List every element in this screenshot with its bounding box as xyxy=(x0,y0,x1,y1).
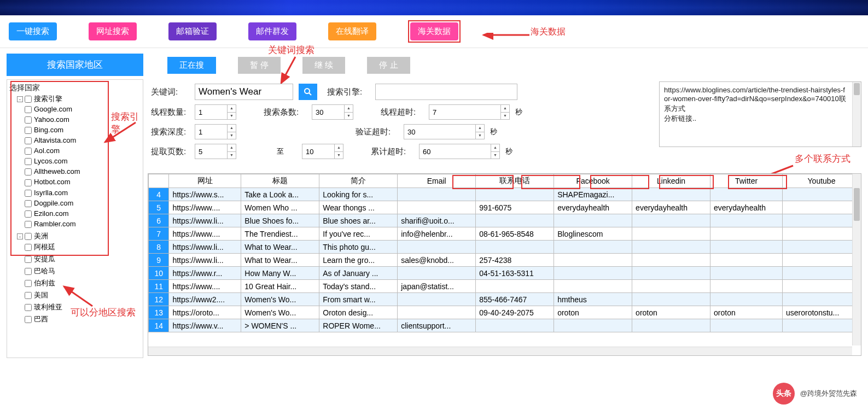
cell[interactable] xyxy=(783,241,861,254)
nav-mail-verify[interactable]: 邮箱验证 xyxy=(168,22,217,40)
input-pages-to[interactable] xyxy=(302,144,334,159)
cell[interactable] xyxy=(398,306,476,319)
spin-threads[interactable]: ▲▼ xyxy=(195,104,236,120)
cell[interactable] xyxy=(783,188,861,201)
input-threads[interactable] xyxy=(195,105,227,119)
cell[interactable] xyxy=(710,227,783,241)
cell[interactable]: sales@knobd... xyxy=(398,254,476,267)
cell[interactable]: Women Who ... xyxy=(241,201,319,214)
results-table[interactable]: 网址标题简介Email联系电话FacebookLinkedinTwitterYo… xyxy=(148,174,861,332)
cell[interactable] xyxy=(398,293,476,306)
cell[interactable]: Today's stand... xyxy=(319,280,398,293)
cell[interactable] xyxy=(710,319,783,332)
chk-region[interactable] xyxy=(25,244,32,251)
chk-region[interactable] xyxy=(25,280,32,287)
cell[interactable]: Blue Shoes fo... xyxy=(241,214,319,227)
row-num[interactable]: 5 xyxy=(149,201,169,214)
cell[interactable]: 991-6075 xyxy=(476,201,554,214)
cell[interactable]: japan@statist... xyxy=(398,280,476,293)
tree-engine-item[interactable]: Alltheweb.com xyxy=(25,166,141,177)
col-header[interactable]: 标题 xyxy=(241,174,319,188)
tree-region-item[interactable]: 美国 xyxy=(25,289,141,301)
chk-engine[interactable] xyxy=(25,116,32,124)
cell[interactable]: Women's Wo... xyxy=(241,306,319,319)
log-box[interactable]: https://www.bloglines.com/article/the-tr… xyxy=(659,81,861,147)
table-row[interactable]: 14https://www.v...> WOMEN'S ...ROPER Wom… xyxy=(149,319,861,332)
cell[interactable] xyxy=(632,293,710,306)
tree-region-item[interactable]: 伯利兹 xyxy=(25,277,141,289)
cell[interactable]: 855-466-7467 xyxy=(476,293,554,306)
table-row[interactable]: 6https://www.li...Blue Shoes fo...Blue s… xyxy=(149,214,861,227)
tree-engine-item[interactable]: Isyrlla.com xyxy=(25,188,141,198)
spin-pages-from[interactable]: ▲▼ xyxy=(195,144,236,159)
cell[interactable] xyxy=(398,241,476,254)
tree-engine-item[interactable]: Hotbot.com xyxy=(25,177,141,187)
table-row[interactable]: 12https://www2....Women's Wo...From smar… xyxy=(149,293,861,306)
cell[interactable] xyxy=(710,214,783,227)
log-scrollbar[interactable] xyxy=(852,82,861,147)
chk-engine[interactable] xyxy=(25,210,32,218)
cell[interactable]: everydayhealth xyxy=(554,201,632,214)
cell[interactable] xyxy=(476,188,554,201)
cell[interactable]: This photo gu... xyxy=(319,241,398,254)
collapse-icon[interactable]: - xyxy=(17,96,23,102)
chk-region[interactable] xyxy=(25,316,32,323)
col-header[interactable]: Linkedin xyxy=(632,174,710,188)
cell[interactable]: Wear thongs ... xyxy=(319,201,398,214)
cell[interactable] xyxy=(632,214,710,227)
search-button[interactable] xyxy=(299,84,317,100)
cell[interactable]: What to Wear... xyxy=(241,241,319,254)
cell[interactable] xyxy=(783,319,861,332)
input-records[interactable] xyxy=(312,105,344,119)
country-tree[interactable]: 选择国家 -搜索引擎 Google.comYahoo.comBing.comAl… xyxy=(7,79,143,358)
cell[interactable]: Looking for s... xyxy=(319,188,398,201)
btn-resume[interactable]: 继 续 xyxy=(302,57,345,74)
nav-customs-data[interactable]: 海关数据 xyxy=(410,22,458,40)
col-header[interactable]: Twitter xyxy=(710,174,783,188)
tree-region-group[interactable]: -美洲 阿根廷安提瓜巴哈马伯利兹美国玻利维亚巴西 xyxy=(17,230,141,326)
cell[interactable] xyxy=(710,241,783,254)
chk-engine[interactable] xyxy=(25,148,32,155)
cell[interactable] xyxy=(554,280,632,293)
tree-region-item[interactable]: 玻利维亚 xyxy=(25,301,141,313)
cell[interactable]: 09-40-249-2075 xyxy=(476,306,554,319)
cell[interactable]: 10 Great Hair... xyxy=(241,280,319,293)
col-header[interactable]: 网址 xyxy=(169,174,241,188)
cell[interactable] xyxy=(632,188,710,201)
chk-engine[interactable] xyxy=(25,127,32,134)
nav-url-search[interactable]: 网址搜索 xyxy=(89,22,137,40)
table-row[interactable]: 8https://www.li...What to Wear...This ph… xyxy=(149,241,861,254)
cell[interactable]: From smart w... xyxy=(319,293,398,306)
cell[interactable]: Oroton desig... xyxy=(319,306,398,319)
chk-engine[interactable] xyxy=(25,158,32,165)
cell[interactable] xyxy=(554,319,632,332)
table-row[interactable]: 4https://www.s...Take a Look a...Looking… xyxy=(149,188,861,201)
cell[interactable]: https://www.v... xyxy=(169,319,241,332)
chk-engine[interactable] xyxy=(25,190,32,197)
chk-region[interactable] xyxy=(25,292,32,299)
cell[interactable] xyxy=(476,241,554,254)
cell[interactable]: everydayhealth xyxy=(632,201,710,214)
chk-engine[interactable] xyxy=(25,179,32,186)
cell[interactable]: sharifi@uoit.o... xyxy=(398,214,476,227)
cell[interactable] xyxy=(783,227,861,241)
input-thread-timeout[interactable] xyxy=(429,105,500,119)
row-num[interactable]: 11 xyxy=(149,280,169,293)
cell[interactable]: Take a Look a... xyxy=(241,188,319,201)
cell[interactable]: https://www.li... xyxy=(169,254,241,267)
cell[interactable] xyxy=(783,201,861,214)
spin-verify-timeout[interactable]: ▲▼ xyxy=(404,124,485,139)
tree-engine-group[interactable]: -搜索引擎 Google.comYahoo.comBing.comAltavis… xyxy=(17,93,141,230)
nav-translate[interactable]: 在线翻译 xyxy=(328,22,376,40)
cell[interactable] xyxy=(710,293,783,306)
table-vscrollbar[interactable] xyxy=(852,174,861,345)
row-num[interactable]: 10 xyxy=(149,267,169,280)
input-total-timeout[interactable] xyxy=(420,144,491,159)
cell[interactable] xyxy=(476,214,554,227)
cell[interactable] xyxy=(398,201,476,214)
input-pages-from[interactable] xyxy=(195,144,227,159)
btn-searching[interactable]: 正在搜 xyxy=(167,57,216,74)
chk-engine[interactable] xyxy=(25,137,32,144)
spin-total-timeout[interactable]: ▲▼ xyxy=(419,144,500,159)
chk-engine[interactable] xyxy=(25,168,32,175)
